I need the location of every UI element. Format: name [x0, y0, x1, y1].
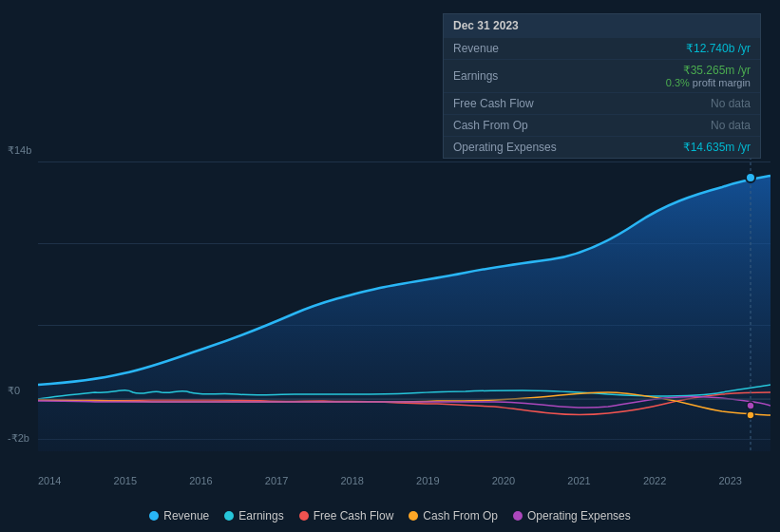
- tooltip-profit-margin: 0.3% profit margin: [666, 77, 751, 88]
- tooltip-row-revenue: Revenue ₹12.740b /yr: [444, 37, 760, 59]
- legend-label-cashfromop: Cash From Op: [423, 509, 498, 522]
- legend-item-cashfromop[interactable]: Cash From Op: [409, 509, 498, 522]
- legend-label-revenue: Revenue: [163, 509, 209, 522]
- tooltip-value-cashfromop: No data: [711, 119, 751, 132]
- x-label-2020: 2020: [492, 475, 515, 486]
- x-label-2023: 2023: [718, 475, 741, 486]
- legend-label-earnings: Earnings: [238, 509, 283, 522]
- legend-dot-opex: [513, 511, 523, 521]
- x-label-2019: 2019: [416, 475, 439, 486]
- chart-legend: Revenue Earnings Free Cash Flow Cash Fro…: [0, 509, 780, 522]
- legend-dot-fcf: [299, 511, 309, 521]
- tooltip-label-revenue: Revenue: [453, 42, 567, 55]
- x-label-2021: 2021: [567, 475, 590, 486]
- legend-item-fcf[interactable]: Free Cash Flow: [299, 509, 394, 522]
- legend-label-opex: Operating Expenses: [527, 509, 631, 522]
- revenue-dot: [746, 173, 755, 182]
- tooltip-label-earnings: Earnings: [453, 69, 567, 83]
- tooltip-label-cashfromop: Cash From Op: [453, 119, 567, 132]
- tooltip-value-opex: ₹14.635m /yr: [683, 141, 751, 154]
- tooltip-date: Dec 31 2023: [444, 14, 760, 37]
- tooltip-row-opex: Operating Expenses ₹14.635m /yr: [444, 136, 760, 158]
- legend-dot-cashfromop: [409, 511, 418, 521]
- legend-label-fcf: Free Cash Flow: [314, 509, 394, 522]
- legend-dot-revenue: [149, 511, 159, 521]
- cashfromop-dot: [747, 411, 754, 419]
- tooltip-value-earnings: ₹35.265m /yr: [666, 64, 751, 77]
- tooltip-label-fcf: Free Cash Flow: [453, 97, 567, 110]
- tooltip-row-earnings: Earnings ₹35.265m /yr 0.3% profit margin: [444, 59, 760, 92]
- legend-dot-earnings: [224, 511, 234, 521]
- y-label-top: ₹14b: [8, 144, 31, 157]
- y-label-zero: ₹0: [8, 385, 20, 397]
- x-label-2015: 2015: [114, 475, 137, 486]
- tooltip-box: Dec 31 2023 Revenue ₹12.740b /yr Earning…: [443, 13, 761, 159]
- legend-item-earnings[interactable]: Earnings: [224, 509, 283, 522]
- y-label-neg: -₹2b: [8, 432, 29, 445]
- chart-container: Dec 31 2023 Revenue ₹12.740b /yr Earning…: [0, 0, 780, 532]
- x-label-2022: 2022: [643, 475, 666, 486]
- x-label-2016: 2016: [189, 475, 212, 486]
- chart-svg: [38, 157, 770, 451]
- x-labels: 2014 2015 2016 2017 2018 2019 2020 2021 …: [0, 475, 780, 486]
- tooltip-row-cashfromop: Cash From Op No data: [444, 114, 760, 136]
- tooltip-label-opex: Operating Expenses: [453, 141, 567, 154]
- x-label-2018: 2018: [340, 475, 363, 486]
- x-label-2014: 2014: [38, 475, 61, 486]
- opex-dot: [747, 402, 754, 409]
- legend-item-opex[interactable]: Operating Expenses: [513, 509, 631, 522]
- tooltip-row-fcf: Free Cash Flow No data: [444, 92, 760, 114]
- revenue-area: [38, 176, 770, 451]
- legend-item-revenue[interactable]: Revenue: [149, 509, 209, 522]
- tooltip-value-revenue: ₹12.740b /yr: [686, 42, 751, 55]
- x-label-2017: 2017: [265, 475, 288, 486]
- tooltip-value-fcf: No data: [711, 97, 751, 110]
